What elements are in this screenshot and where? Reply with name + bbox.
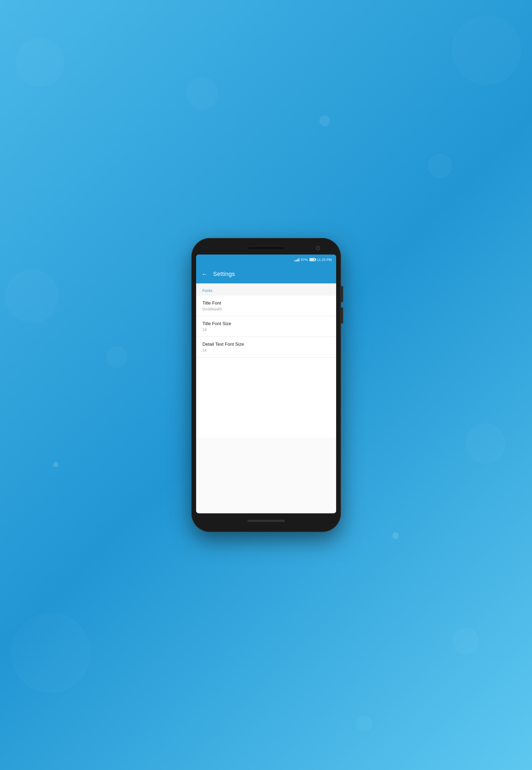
detail-font-size-label: Detail Text Font Size: [203, 342, 330, 347]
title-font-item[interactable]: Title Font DroidNaskh: [196, 296, 336, 316]
bolt-icon: ⚡: [311, 258, 313, 261]
phone-speaker: [247, 246, 285, 250]
signal-bar-4: [298, 258, 299, 261]
phone-screen: 97% ⚡ 11:25 PM ← Settings: [196, 254, 336, 513]
settings-content: Fonts Title Font DroidNaskh Title Font S…: [196, 283, 336, 513]
signal-bar-2: [296, 260, 297, 261]
back-button[interactable]: ←: [201, 270, 208, 278]
status-bar-content: 97% ⚡ 11:25 PM: [294, 258, 332, 262]
phone-bottom-bar: [196, 515, 336, 527]
back-arrow-icon: ←: [201, 270, 208, 278]
status-bar: 97% ⚡ 11:25 PM: [196, 254, 336, 265]
signal-bar-3: [297, 259, 298, 261]
battery-body: ⚡: [309, 258, 315, 261]
signal-bar-1: [294, 260, 295, 261]
empty-content-area: [196, 357, 336, 438]
volume-up-button[interactable]: [341, 286, 343, 302]
battery-fill: ⚡: [310, 259, 314, 260]
fonts-section-header: Fonts: [196, 283, 336, 296]
app-bar: ← Settings: [196, 265, 336, 283]
title-font-size-value: 24: [203, 327, 330, 332]
home-indicator[interactable]: [247, 520, 285, 522]
title-font-size-label: Title Font Size: [203, 321, 330, 326]
phone-top-bar: [196, 243, 336, 253]
fonts-section-label: Fonts: [203, 288, 213, 293]
app-bar-title: Settings: [213, 270, 235, 277]
signal-icon: [294, 258, 299, 261]
title-font-size-item[interactable]: Title Font Size 24: [196, 316, 336, 337]
detail-font-size-item[interactable]: Detail Text Font Size 14: [196, 337, 336, 357]
title-font-label: Title Font: [203, 300, 330, 306]
battery-percent-text: 97%: [301, 258, 308, 262]
battery-icon: ⚡: [309, 258, 315, 261]
time-text: 11:25 PM: [317, 258, 332, 262]
phone-camera: [316, 246, 320, 250]
detail-font-size-value: 14: [203, 348, 330, 352]
title-font-value: DroidNaskh: [203, 307, 330, 311]
volume-down-button[interactable]: [341, 307, 343, 323]
phone-device: 97% ⚡ 11:25 PM ← Settings: [191, 238, 341, 532]
